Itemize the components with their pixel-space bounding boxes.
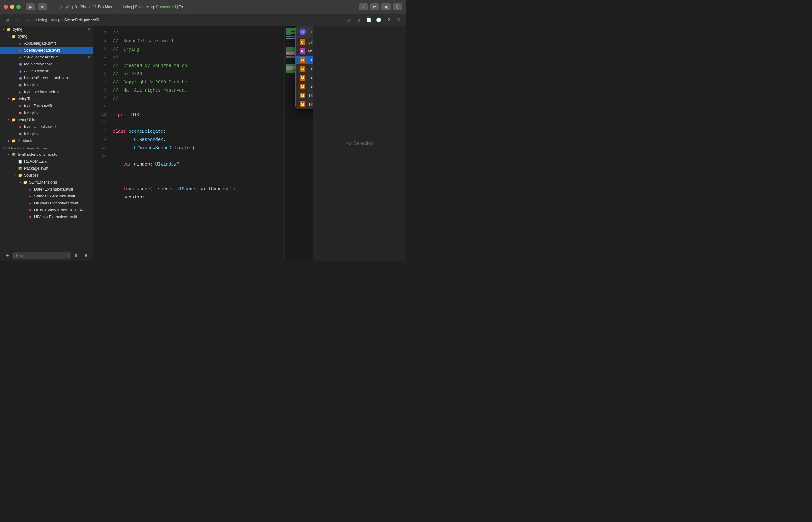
class-icon-label: C (301, 30, 304, 34)
run-button[interactable]: ▶ (26, 3, 35, 11)
project-breadcrumb[interactable]: ⬡ trying ❯ iPhone 11 Pro Max (55, 2, 115, 12)
sidebar-item-package[interactable]: 📦 Package.swift (0, 165, 93, 172)
sidebar-item-tryinguitests-swift[interactable]: ■ tryingUITests.swift (0, 123, 93, 130)
autocomplete-dropdown[interactable]: C C SceneDelegate P window M scene (296, 26, 313, 109)
sidebar-item-viewcontroller[interactable]: ■ ViewController.swift M (0, 54, 93, 61)
autocomplete-scenewillresignactive-item[interactable]: M sceneWillResignActive(_:) (296, 82, 313, 91)
file-label: Assets.xcassets (24, 69, 90, 73)
sort-button[interactable]: ⊞ (72, 252, 80, 260)
minimap-line (286, 69, 293, 70)
sidebar-item-infoplist2[interactable]: ⊞ Info.plist (0, 109, 93, 116)
sidebar-item-root[interactable]: ▼ 📁 trying M (0, 26, 93, 33)
breadcrumb-part3[interactable]: SceneDelegate.swift (64, 18, 99, 22)
modified-badge: M (88, 56, 90, 59)
file-label: tryingTests.swift (24, 104, 90, 108)
file-label: UIColor+Extensions.swift (34, 201, 90, 205)
breadcrumb-part1[interactable]: trying (38, 18, 47, 22)
stop-button[interactable]: ■ (38, 3, 47, 11)
sidebar-item-uicolor-ext[interactable]: ■ UIColor+Extensions.swift (0, 200, 93, 207)
sidebar-item-launchscreen[interactable]: ▣ LaunchScreen.storyboard (0, 75, 93, 82)
autocomplete-scene-willconnect-item[interactable]: M scene(_:willConnectTo:options:) (296, 56, 313, 64)
fullscreen-button[interactable] (16, 5, 21, 9)
sidebar-item-products[interactable]: ▶ 📁 Products (0, 137, 93, 144)
file-label: AppDelegate.swift (24, 41, 90, 45)
autocomplete-badge: M (300, 75, 305, 81)
sidebar-item-assets[interactable]: ◈ Assets.xcassets (0, 67, 93, 75)
autocomplete-filter-input[interactable] (308, 30, 313, 35)
code-content[interactable]: // // SceneDelegate.swift // trying // /… (109, 26, 284, 261)
autocomplete-scenedidenterbackground-item[interactable]: M sceneDidEnterBackground(_:) (296, 100, 313, 109)
spacer (13, 131, 18, 136)
sidebar-item-readme[interactable]: 📄 README.md (0, 158, 93, 165)
sidebar-item-date-ext[interactable]: ■ Date+Extensions.swift (0, 186, 93, 193)
sidebar-item-main-storyboard[interactable]: ▣ Main.storyboard (0, 61, 93, 67)
autocomplete-window-item[interactable]: P window (296, 47, 313, 56)
sidebar-item-sources[interactable]: ▼ 📁 Sources (0, 172, 93, 179)
spacer (23, 215, 28, 220)
add-tab-button[interactable]: + (359, 3, 368, 11)
sidebar-tree: ▼ 📁 trying M ▼ 📁 trying ■ AppDelegate.sw… (0, 26, 93, 249)
autocomplete-class-icon: C (300, 29, 306, 35)
folder-label: SwiftExtensions master (18, 152, 90, 157)
autocomplete-scenewillenterforeground-item[interactable]: M sceneWillEnterForeground(_:) (296, 91, 313, 100)
sidebar-item-scenedelegate[interactable]: ■ SceneDelegate.swift (0, 47, 93, 54)
inspector-right-button[interactable]: ⊟ (354, 16, 362, 24)
spacer (13, 103, 18, 108)
inspector-toggle-button[interactable]: ⬡ (393, 3, 402, 11)
autocomplete-scenediddisconnect-item[interactable]: M sceneDidDisconnect(_:) (296, 64, 313, 73)
sidebar-item-info-plist[interactable]: ⊞ Info.plist (0, 82, 93, 88)
close-button[interactable] (4, 5, 8, 9)
spacer (23, 194, 28, 199)
sidebar-toggle[interactable]: ⊞ (3, 16, 12, 24)
sidebar-item-string-ext[interactable]: ■ String+Extensions.swift (0, 193, 93, 200)
folder-icon: 📁 (18, 173, 23, 178)
autocomplete-scenedidbecomeactive-item[interactable]: M sceneDidBecomeActive(_:) (296, 73, 313, 82)
toggle-icon: ▼ (18, 180, 23, 185)
autocomplete-scenedelegate-item[interactable]: C SceneDelegate (296, 38, 313, 47)
forward-button[interactable]: › (23, 16, 32, 24)
sidebar-item-tryingtests-swift[interactable]: ■ tryingTests.swift (0, 102, 93, 109)
autocomplete-item-label: sceneDidEnterBackground(_:) (308, 102, 313, 106)
sidebar-item-trying-folder[interactable]: ▼ 📁 trying (0, 33, 93, 40)
sidebar-item-uitableview-ext[interactable]: ■ UITableView+Extensions.swift (0, 207, 93, 214)
back-button[interactable]: ‹ (13, 16, 21, 24)
code-editor[interactable]: 1 2 3 4 5 6 7 8 9 10 11 12 13 14 15 16 (93, 26, 313, 261)
sidebar-item-tryingtests[interactable]: ▼ 📁 tryingTests (0, 96, 93, 102)
toolbar-right: ⊞ ⊟ 📄 🕐 ? S (344, 16, 403, 24)
minimize-button[interactable] (10, 5, 14, 9)
hierarchy-button[interactable]: ⊟ (82, 252, 90, 260)
help-button[interactable]: ? (385, 16, 393, 24)
swift-file-icon: ■ (18, 124, 23, 129)
add-file-button[interactable]: + (3, 252, 12, 260)
autocomplete-item-label: SceneDelegate (308, 40, 313, 44)
autocomplete-badge: M (300, 101, 305, 107)
folder-icon: 📁 (12, 34, 16, 39)
sidebar-item-appdelegate[interactable]: ■ AppDelegate.swift (0, 40, 93, 47)
grid-view-button[interactable]: ⊞ (344, 16, 352, 24)
history-button[interactable]: 🕐 (374, 16, 383, 24)
toggle-icon: ▼ (6, 34, 12, 39)
sidebar-item-swiftextensions-sub[interactable]: ▼ 📁 SwiftExtensions (0, 179, 93, 186)
toggle-icon: ▼ (13, 173, 18, 178)
swift-file-icon: ■ (18, 48, 23, 53)
sidebar-item-uiview-ext[interactable]: ■ UIView+Extensions.swift (0, 214, 93, 221)
sidebar-item-datamodel[interactable]: ⊙ trying.xcdatamodeld (0, 88, 93, 96)
doc-new-button[interactable]: 📄 (364, 16, 372, 24)
no-selection-label: No Selection (345, 141, 374, 146)
spacer (23, 201, 28, 206)
breadcrumb-part2[interactable]: trying (51, 18, 60, 22)
sidebar-item-tryinguitests[interactable]: ▼ 📁 tryingUITests (0, 116, 93, 123)
autocomplete-badge: C (300, 40, 305, 45)
sidebar: ▼ 📁 trying M ▼ 📁 trying ■ AppDelegate.sw… (0, 26, 93, 261)
minimap-line (286, 58, 295, 58)
folder-label: trying (18, 34, 90, 39)
sidebar-filter-input[interactable] (13, 252, 69, 259)
swift-button[interactable]: S (394, 16, 403, 24)
layout-toggle-button[interactable]: ▣ (381, 3, 391, 11)
breadcrumb-nav-button[interactable]: ⇄ (370, 3, 380, 11)
sidebar-item-infoplist3[interactable]: ⊞ Info.plist (0, 130, 93, 137)
spacer (13, 124, 18, 129)
plist-icon: ⊞ (18, 110, 23, 115)
spacer (13, 159, 18, 164)
sidebar-item-swiftextensions[interactable]: ▼ 📦 SwiftExtensions master (0, 151, 93, 158)
